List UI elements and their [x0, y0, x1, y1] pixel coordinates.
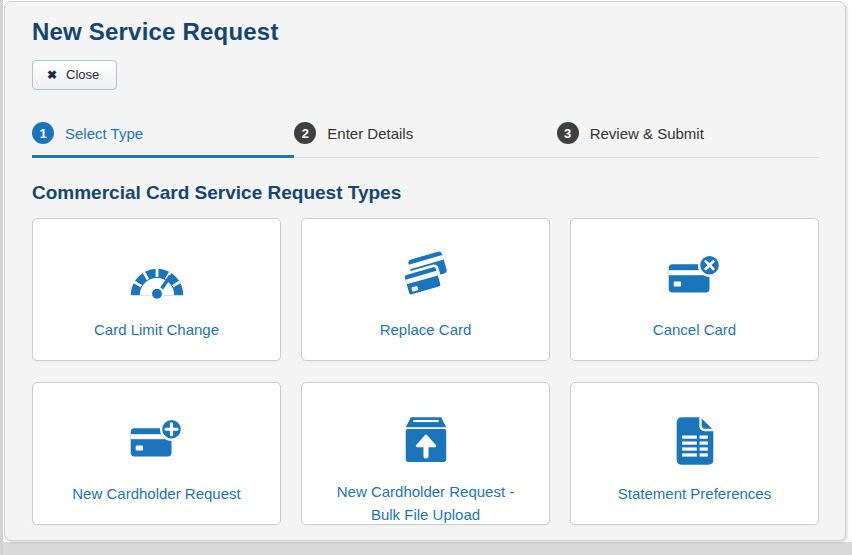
card-label: Replace Card: [380, 318, 472, 341]
step-label: Review & Submit: [590, 125, 704, 142]
step-enter-details[interactable]: 2 Enter Details: [294, 122, 556, 158]
step-number-badge: 2: [294, 122, 316, 144]
card-label: Statement Preferences: [618, 482, 771, 505]
cancel-card-card[interactable]: Cancel Card: [570, 218, 819, 361]
close-icon: ✖: [47, 69, 57, 81]
card-label: New Cardholder Request - Bulk File Uploa…: [328, 480, 523, 527]
card-label: New Cardholder Request: [72, 482, 240, 505]
step-select-type[interactable]: 1 Select Type: [32, 122, 294, 158]
statement-preferences-card[interactable]: Statement Preferences: [570, 382, 819, 525]
close-button-label: Close: [66, 67, 99, 82]
new-cardholder-request-card[interactable]: New Cardholder Request: [32, 382, 281, 525]
replace-card-icon: [398, 249, 454, 305]
bulk-file-upload-card[interactable]: New Cardholder Request - Bulk File Uploa…: [301, 382, 550, 525]
wizard-stepper: 1 Select Type 2 Enter Details 3 Review &…: [32, 122, 819, 158]
bulk-upload-icon: [399, 413, 453, 467]
card-label: Cancel Card: [653, 318, 736, 341]
gauge-icon: [128, 249, 186, 305]
step-label: Select Type: [65, 125, 143, 142]
card-label: Card Limit Change: [94, 318, 219, 341]
new-service-request-panel: New Service Request ✖ Close 1 Select Typ…: [4, 1, 846, 541]
page-left-edge: [0, 0, 3, 555]
replace-card-card[interactable]: Replace Card: [301, 218, 550, 361]
add-card-icon: [128, 413, 186, 469]
section-heading: Commercial Card Service Request Types: [32, 182, 819, 204]
cancel-card-icon: [666, 249, 724, 305]
step-number-badge: 1: [32, 122, 54, 144]
step-number-badge: 3: [557, 122, 579, 144]
close-button[interactable]: ✖ Close: [32, 60, 117, 90]
request-type-grid: Card Limit Change Replace Card: [32, 218, 819, 525]
statement-document-icon: [673, 413, 717, 469]
page-title: New Service Request: [32, 18, 819, 46]
step-label: Enter Details: [327, 125, 413, 142]
page-bottom-band: [3, 542, 852, 555]
card-limit-change-card[interactable]: Card Limit Change: [32, 218, 281, 361]
step-review-submit[interactable]: 3 Review & Submit: [557, 122, 819, 158]
